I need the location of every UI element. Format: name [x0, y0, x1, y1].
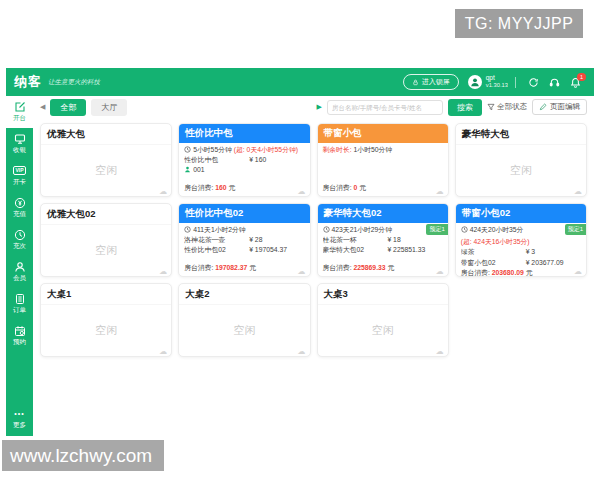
avatar[interactable] — [468, 75, 482, 89]
reserved-badge: 预定1 — [565, 224, 586, 235]
customer-service-icon[interactable] — [549, 77, 560, 88]
room-duration: 411天1小时2分钟 — [184, 225, 304, 235]
room-card-body: 剩余时长:1小时50分钟房台消费: 0 元 — [318, 143, 448, 196]
username: qpt — [486, 74, 508, 82]
room-duration: 5小时55分钟(超: 0天4小时55分钟) — [184, 145, 304, 155]
booking-icon — [14, 324, 26, 337]
member-icon — [14, 260, 26, 273]
more-dots-icon: ••• — [14, 407, 24, 420]
sidebar-item-cashier[interactable]: 收银 — [6, 128, 33, 160]
rooms-grid: 优雅大包空闲☁性价比中包5小时55分钟(超: 0天4小时55分钟)性价比中包¥ … — [33, 118, 594, 362]
room-card[interactable]: 性价比中包5小时55分钟(超: 0天4小时55分钟)性价比中包¥ 160001房… — [178, 123, 310, 197]
header-divider — [515, 77, 516, 88]
room-title: 带窗小包 — [318, 124, 448, 143]
sidebar-item-recharge-times[interactable]: 充次 — [6, 224, 33, 256]
sidebar-item-label: 充值 — [13, 210, 26, 219]
clock-icon — [184, 145, 191, 155]
light-icon[interactable]: ☁ — [574, 187, 582, 196]
room-card[interactable]: 带窗小包剩余时长:1小时50分钟房台消费: 0 元☁ — [317, 123, 449, 197]
room-item-row: 性价比中包02¥ 197054.37 — [184, 245, 304, 255]
status-filter[interactable]: 全部状态 — [487, 102, 527, 112]
tg-watermark: TG: MYYJJPP — [455, 9, 583, 38]
room-remaining: 剩余时长:1小时50分钟 — [323, 145, 443, 155]
light-icon[interactable]: ☁ — [436, 267, 444, 276]
room-status-idle: 空闲 — [41, 145, 171, 196]
light-icon[interactable]: ☁ — [298, 347, 306, 356]
room-item-row: 带窗小包02¥ 203677.09 — [461, 258, 581, 268]
room-title: 优雅大包 — [41, 124, 171, 145]
light-icon[interactable]: ☁ — [574, 267, 582, 276]
sidebar-item-booking[interactable]: 预约 — [6, 320, 33, 352]
room-card-body: 5小时55分钟(超: 0天4小时55分钟)性价比中包¥ 160001房台消费: … — [179, 143, 309, 196]
clock-icon — [184, 225, 191, 235]
app-screen: TG: MYYJJPP 纳客 让生意更火的科技 进入锁屏 qpt v1.30.1… — [0, 0, 600, 480]
tab-bar: ◀ 全部 大厅 ▶ 搜索 全部状态 — [33, 96, 594, 118]
room-card[interactable]: 优雅大包空闲☁ — [40, 123, 172, 197]
light-icon[interactable]: ☁ — [436, 187, 444, 196]
room-card[interactable]: 大桌3空闲☁ — [317, 283, 449, 357]
overtime-text: (超: 424天16小时35分) — [461, 237, 530, 247]
filter-funnel-icon — [487, 103, 495, 111]
light-icon[interactable]: ☁ — [159, 267, 167, 276]
notification-bell-icon[interactable]: 1 — [570, 77, 581, 88]
search-button[interactable]: 搜索 — [448, 99, 482, 116]
room-card-body: 411天1小时2分钟洛神花茶一壶¥ 28性价比中包02¥ 197054.37房台… — [179, 223, 309, 276]
sidebar-item-vip-card[interactable]: VIP开卡 — [6, 160, 33, 192]
room-card[interactable]: 优雅大包02空闲☁ — [40, 203, 172, 277]
room-item-row: 性价比中包¥ 160 — [184, 155, 304, 165]
room-duration: 424天20小时35分(超: 424天16小时35分) — [461, 225, 581, 247]
light-icon[interactable]: ☁ — [298, 187, 306, 196]
room-title: 优雅大包02 — [41, 204, 171, 225]
orders-icon — [14, 292, 26, 305]
room-title: 性价比中包02 — [179, 204, 309, 223]
app-header: 纳客 让生意更火的科技 进入锁屏 qpt v1.30.13 — [6, 68, 594, 96]
app-window: 纳客 让生意更火的科技 进入锁屏 qpt v1.30.13 — [6, 68, 594, 436]
sidebar-item-label: 开卡 — [13, 178, 26, 187]
site-watermark-text: www.lzchwy.com — [10, 445, 152, 467]
refresh-icon[interactable] — [528, 77, 539, 88]
sidebar-item-label: 收银 — [13, 146, 26, 155]
sidebar-item-orders[interactable]: 订单 — [6, 288, 33, 320]
room-title: 豪华特大包02 — [318, 204, 448, 223]
room-title: 带窗小包02 — [456, 204, 586, 223]
room-title: 大桌2 — [179, 284, 309, 305]
page-edit-label: 页面编辑 — [550, 102, 580, 112]
room-card[interactable]: 大桌2空闲☁ — [178, 283, 310, 357]
sidebar-item-label: 开台 — [13, 114, 26, 123]
room-consumption: 房台消费: 197082.37 元 — [184, 263, 304, 273]
light-icon[interactable]: ☁ — [159, 347, 167, 356]
sidebar-item-open-table[interactable]: 开台 — [6, 96, 33, 128]
tab-all[interactable]: 全部 — [50, 99, 86, 116]
person-icon — [184, 165, 191, 175]
room-duration: 423天21小时29分钟 — [323, 225, 443, 235]
tab-hall[interactable]: 大厅 — [91, 99, 127, 116]
status-filter-label: 全部状态 — [497, 102, 527, 112]
recharge-icon — [14, 196, 26, 209]
app-version: v1.30.13 — [486, 82, 508, 89]
lock-screen-button[interactable]: 进入锁屏 — [403, 74, 459, 90]
sidebar-item-label: 更多 — [13, 421, 26, 430]
room-card[interactable]: 带窗小包02预定1424天20小时35分(超: 424天16小时35分)绿茶¥ … — [455, 203, 587, 277]
sidebar-item-member[interactable]: 会员 — [6, 256, 33, 288]
room-search-input[interactable] — [327, 100, 443, 115]
room-card[interactable]: 豪华特大包02预定1423天21小时29分钟桂花茶一杯¥ 18豪华特大包02¥ … — [317, 203, 449, 277]
scroll-left-icon[interactable]: ◀ — [40, 103, 45, 111]
user-info[interactable]: qpt v1.30.13 — [486, 74, 508, 89]
sidebar-nav: 开台收银VIP开卡充值充次会员订单预约•••更多 — [6, 96, 33, 436]
room-card[interactable]: 大桌1空闲☁ — [40, 283, 172, 357]
page-edit-button[interactable]: 页面编辑 — [532, 99, 587, 115]
room-consumption: 房台消费: 0 元 — [323, 183, 443, 193]
light-icon[interactable]: ☁ — [298, 267, 306, 276]
reserved-badge: 预定1 — [426, 224, 447, 235]
room-card[interactable]: 豪华特大包空闲☁ — [455, 123, 587, 197]
scroll-right-icon[interactable]: ▶ — [317, 103, 322, 111]
sidebar-item-more[interactable]: •••更多 — [6, 403, 33, 436]
room-card[interactable]: 性价比中包02411天1小时2分钟洛神花茶一壶¥ 28性价比中包02¥ 1970… — [178, 203, 310, 277]
sidebar-item-recharge[interactable]: 充值 — [6, 192, 33, 224]
light-icon[interactable]: ☁ — [159, 187, 167, 196]
room-item-row: 洛神花茶一壶¥ 28 — [184, 235, 304, 245]
sidebar-item-label: 订单 — [13, 306, 26, 315]
lock-icon — [412, 79, 419, 86]
clock-icon — [461, 225, 468, 235]
light-icon[interactable]: ☁ — [436, 347, 444, 356]
